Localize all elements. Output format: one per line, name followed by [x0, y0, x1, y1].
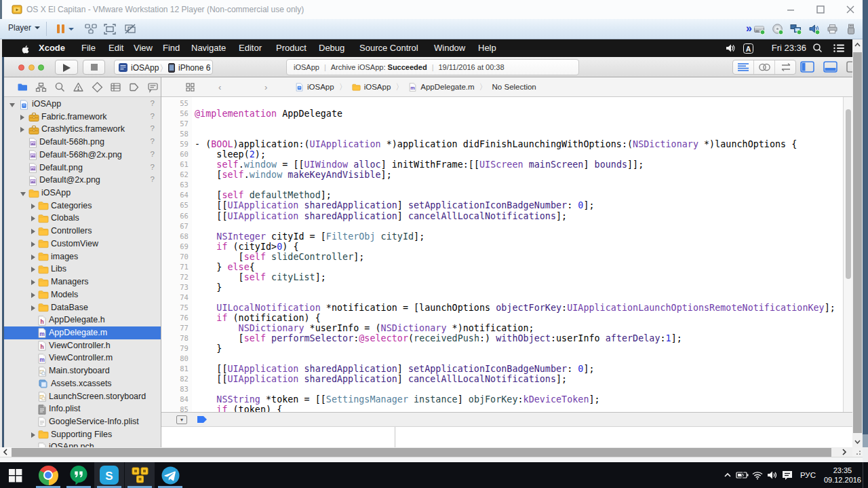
code-line-70[interactable]: 70 [self slideController]; [161, 252, 843, 262]
disclosure-closed-icon[interactable] [31, 204, 35, 209]
history-forward-icon[interactable]: › [264, 82, 267, 92]
menu-source-control[interactable]: Source Control [359, 39, 418, 57]
disclosure-closed-icon[interactable] [31, 255, 35, 260]
disclosure-open-icon[interactable] [20, 192, 26, 196]
suspend-caret-icon[interactable] [68, 28, 74, 31]
disclosure-closed-icon[interactable] [31, 432, 35, 438]
disclosure-closed-icon[interactable] [31, 242, 35, 247]
chevron-up-tray-icon[interactable] [720, 468, 735, 483]
code-line-77[interactable]: 77 NSDictionary *userInfo = (NSDictionar… [161, 323, 843, 333]
input-source-indicator[interactable]: A [743, 43, 753, 54]
code-line-81[interactable]: 81 [[UIApplication sharedApplication] se… [161, 364, 843, 374]
code-line-71[interactable]: 71 } else{ [161, 262, 843, 272]
code-line-68[interactable]: 68 NSInteger cityId = [FilterObj cityId]… [161, 231, 843, 242]
scroll-left-icon[interactable] [0, 447, 12, 457]
tree-row-viewcontroller-m[interactable]: mViewController.m [4, 352, 161, 364]
notification-center-icon[interactable] [833, 39, 844, 57]
tree-row-models[interactable]: Models [4, 288, 161, 301]
disclosure-closed-icon[interactable] [31, 305, 35, 311]
menu-editor[interactable]: Editor [239, 39, 262, 57]
close-button[interactable] [840, 4, 861, 15]
scroll-up-icon[interactable] [852, 39, 863, 50]
code-line-75[interactable]: 75 UILocalNotification *notification = [… [161, 303, 843, 313]
navigator-tab-breakpoints[interactable] [128, 81, 140, 93]
tree-row-iosapp[interactable]: iOSApp? [4, 98, 161, 111]
minimize-button[interactable] [781, 1, 801, 12]
disclosure-closed-icon[interactable] [31, 293, 35, 298]
menu-window[interactable]: Window [434, 39, 465, 57]
tree-row-default-png[interactable]: Default.png? [4, 162, 161, 174]
menubar-clock[interactable]: Fri 23:36 [772, 39, 806, 57]
show-desktop-divider[interactable] [863, 462, 863, 488]
tree-row-fabric-framework[interactable]: Fabric.framework? [4, 111, 161, 124]
utilities-toggle-button[interactable] [846, 61, 852, 73]
disclosure-closed-icon[interactable] [20, 127, 24, 132]
cd-rom-device-icon[interactable] [772, 23, 784, 35]
code-line-78[interactable]: 78 [self performSelector:@selector(recei… [161, 333, 843, 343]
code-line-82[interactable]: 82 [[UIApplication sharedApplication] ca… [161, 374, 843, 384]
tree-row-database[interactable]: DataBase [4, 301, 161, 314]
unity-mode-button[interactable] [123, 22, 137, 36]
source-editor[interactable]: 5556@implementation AppDelegate575859- (… [161, 97, 843, 412]
navigator-tab-symbols[interactable] [35, 81, 47, 93]
code-line-58[interactable]: 58 [161, 129, 843, 139]
taskbar-start-button[interactable] [0, 462, 30, 488]
taskbar-telegram-app[interactable] [155, 462, 185, 488]
suspend-button[interactable] [57, 24, 64, 33]
sound-device-icon[interactable] [808, 23, 821, 35]
code-line-79[interactable]: 79 } [161, 343, 843, 354]
vm-vertical-scrollbar[interactable] [852, 39, 863, 447]
action-center-tray-icon[interactable] [780, 468, 795, 483]
tree-row-assets-xcassets[interactable]: Assets.xcassets [4, 377, 161, 390]
menu-file[interactable]: File [81, 39, 96, 57]
tree-row-controllers[interactable]: Controllers [4, 225, 161, 238]
minimize-traffic-light[interactable] [28, 64, 35, 71]
scheme-selector[interactable]: iOSApp 〉 iPhone 6 [114, 60, 213, 75]
taskbar-chrome-app[interactable] [33, 462, 63, 488]
standard-editor-button[interactable] [733, 60, 753, 74]
code-line-84[interactable]: 84 NSString *token = [[SettingsManager i… [161, 394, 843, 405]
disclosure-closed-icon[interactable] [31, 229, 35, 234]
tree-row-default-568h-png[interactable]: Default-568h.png? [4, 136, 161, 149]
tree-row-default-568h-2x-png[interactable]: Default-568h@2x.png? [4, 149, 161, 162]
disclosure-closed-icon[interactable] [20, 115, 24, 120]
disclosure-closed-icon[interactable] [31, 267, 35, 272]
code-line-62[interactable]: 62 [self.window makeKeyAndVisible]; [161, 170, 843, 180]
taskbar-vmware-app[interactable] [125, 462, 155, 488]
tree-row-appdelegate-m[interactable]: mAppDelegate.m [4, 326, 161, 339]
menu-debug[interactable]: Debug [319, 39, 344, 57]
battery-tray-icon[interactable] [735, 468, 750, 483]
assistant-editor-button[interactable] [753, 60, 774, 74]
tree-row-managers[interactable]: Managers [4, 276, 161, 288]
breadcrumb-no-selection[interactable]: No Selection [492, 83, 536, 91]
taskbar-clock[interactable]: 23:35 09.12.2016 [821, 466, 868, 485]
code-line-67[interactable]: 67 [161, 221, 843, 231]
tree-row-images[interactable]: images [4, 250, 161, 263]
menu-find[interactable]: Find [163, 39, 180, 57]
code-line-65[interactable]: 65 [[UIApplication sharedApplication] se… [161, 200, 843, 210]
code-line-56[interactable]: 56@implementation AppDelegate [161, 109, 843, 119]
taskbar-hangouts-app[interactable] [64, 462, 94, 488]
printer-device-icon[interactable] [827, 23, 839, 35]
vm-vscroll-thumb[interactable] [853, 52, 862, 433]
tree-row-googleservice-info-plist[interactable]: GoogleService-Info.plist [4, 415, 161, 428]
tree-row-viewcontroller-h[interactable]: hViewController.h [4, 339, 161, 352]
debug-area-toggle-button[interactable] [823, 61, 837, 73]
tree-row-main-storyboard[interactable]: Main.storyboard [4, 364, 161, 377]
code-line-80[interactable]: 80 [161, 354, 843, 364]
navigator-tab-reports[interactable] [147, 81, 159, 93]
code-line-74[interactable]: 74 [161, 293, 843, 303]
scroll-down-icon[interactable] [852, 436, 863, 447]
taskbar-skype-app[interactable]: S [94, 462, 124, 488]
menu-xcode[interactable]: Xcode [39, 39, 65, 57]
toolbar-overflow-chevrons[interactable]: » [746, 22, 751, 35]
player-menu[interactable]: Player [8, 23, 40, 33]
volume-tray-icon[interactable] [765, 468, 780, 483]
apple-menu-icon[interactable] [21, 39, 30, 57]
stop-button[interactable] [83, 60, 105, 75]
navigator-tab-project[interactable] [17, 81, 28, 93]
code-line-55[interactable]: 55 [161, 98, 843, 109]
disclosure-closed-icon[interactable] [31, 216, 35, 221]
usb-device-icon[interactable] [845, 23, 857, 35]
volume-icon[interactable] [725, 39, 736, 57]
